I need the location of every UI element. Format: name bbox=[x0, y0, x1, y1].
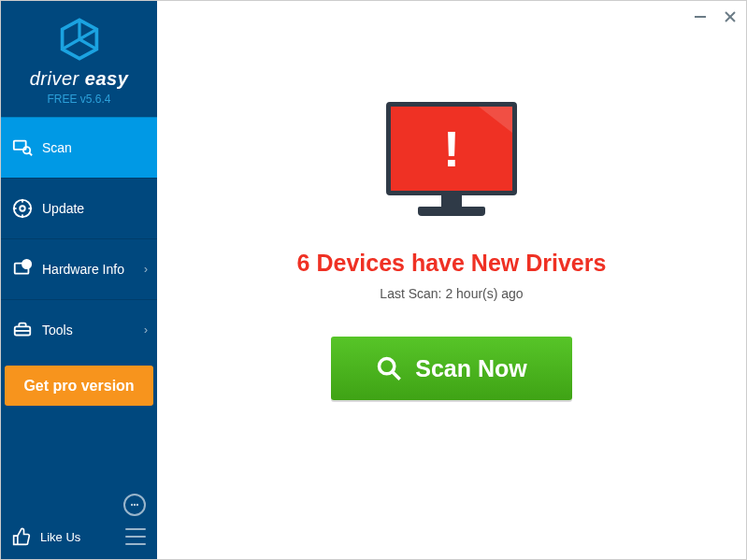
scan-icon bbox=[12, 137, 33, 158]
monitor-alert-icon: ! bbox=[384, 102, 520, 223]
nav-item-hardware-info[interactable]: i Hardware Info › bbox=[1, 238, 157, 299]
content-area: ! 6 Devices have New Drivers Last Scan: … bbox=[157, 1, 746, 400]
get-pro-button[interactable]: Get pro version bbox=[5, 366, 153, 406]
minimize-button[interactable] bbox=[692, 8, 709, 25]
svg-rect-7 bbox=[22, 214, 23, 218]
nav-item-scan[interactable]: Scan bbox=[1, 117, 157, 178]
svg-rect-6 bbox=[22, 199, 23, 203]
logo-icon bbox=[58, 18, 101, 61]
svg-line-22 bbox=[393, 372, 400, 380]
hardware-info-icon: i bbox=[12, 259, 33, 280]
version-label: FREE v5.6.4 bbox=[1, 93, 157, 106]
like-us-row: Like Us bbox=[1, 522, 157, 559]
svg-point-21 bbox=[380, 359, 395, 374]
svg-line-3 bbox=[29, 153, 32, 156]
sidebar: driver easy FREE v5.6.4 Scan bbox=[1, 1, 157, 559]
thumb-up-icon[interactable] bbox=[12, 527, 31, 546]
last-scan-text: Last Scan: 2 hour(s) ago bbox=[157, 286, 746, 301]
exclamation-icon: ! bbox=[443, 120, 460, 178]
like-us-label[interactable]: Like Us bbox=[40, 530, 80, 544]
nav-label-update: Update bbox=[42, 201, 84, 216]
nav-item-update[interactable]: Update bbox=[1, 178, 157, 238]
sidebar-spacer bbox=[1, 411, 157, 488]
app-window: driver easy FREE v5.6.4 Scan bbox=[0, 0, 747, 560]
get-pro-label: Get pro version bbox=[23, 378, 134, 395]
sidebar-bottom-icons bbox=[1, 488, 157, 522]
brand-text: driver easy bbox=[1, 68, 157, 90]
brand-word-2: easy bbox=[85, 68, 129, 89]
headline-text: 6 Devices have New Drivers bbox=[157, 250, 746, 277]
svg-rect-8 bbox=[13, 208, 17, 209]
logo-area: driver easy FREE v5.6.4 bbox=[1, 1, 157, 117]
nav-label-scan: Scan bbox=[42, 140, 72, 155]
feedback-icon[interactable] bbox=[123, 494, 146, 516]
nav-label-hardware-info: Hardware Info bbox=[42, 262, 124, 277]
menu-icon[interactable] bbox=[125, 528, 146, 545]
brand-word-1: driver bbox=[30, 68, 79, 89]
search-icon bbox=[376, 355, 402, 381]
nav-list: Scan Update bbox=[1, 117, 157, 360]
svg-text:i: i bbox=[26, 260, 28, 268]
svg-point-15 bbox=[132, 504, 133, 505]
scan-now-label: Scan Now bbox=[415, 355, 526, 382]
svg-point-16 bbox=[134, 504, 135, 505]
svg-point-5 bbox=[20, 206, 25, 211]
svg-rect-9 bbox=[28, 208, 32, 209]
scan-now-button[interactable]: Scan Now bbox=[331, 337, 572, 400]
update-icon bbox=[12, 198, 33, 219]
chevron-right-icon: › bbox=[144, 263, 148, 276]
close-button[interactable] bbox=[722, 8, 739, 25]
nav-item-tools[interactable]: Tools › bbox=[1, 299, 157, 360]
tools-icon bbox=[12, 320, 33, 340]
nav-label-tools: Tools bbox=[42, 323, 73, 337]
window-controls bbox=[692, 8, 739, 25]
chevron-right-icon: › bbox=[144, 323, 148, 337]
svg-point-17 bbox=[136, 504, 137, 505]
main-panel: ! 6 Devices have New Drivers Last Scan: … bbox=[157, 1, 746, 559]
